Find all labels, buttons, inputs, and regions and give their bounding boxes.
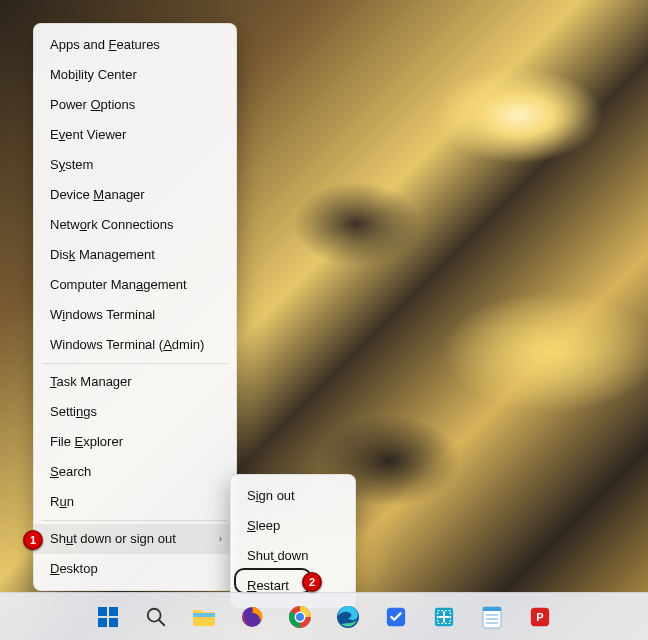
shutdown-item-sleep[interactable]: Sleep [231, 511, 355, 541]
menu-item-label: Disk Management [50, 240, 222, 270]
menu-item-label: Windows Terminal (Admin) [50, 330, 222, 360]
annotation-badge-2-label: 2 [309, 576, 315, 588]
winx-item-device-manager[interactable]: Device Manager [34, 180, 236, 210]
svg-rect-6 [193, 613, 215, 617]
svg-text:P: P [536, 610, 543, 622]
annotation-badge-1-label: 1 [30, 534, 36, 546]
pdf-icon: P [529, 606, 551, 628]
svg-rect-1 [109, 607, 118, 616]
winx-item-run[interactable]: Run [34, 487, 236, 517]
firefox-icon [240, 605, 264, 629]
winx-item-computer-management[interactable]: Computer Management [34, 270, 236, 300]
edge-button[interactable] [328, 597, 368, 637]
svg-rect-3 [109, 618, 118, 627]
menu-item-label: Settings [50, 397, 222, 427]
menu-separator [42, 520, 228, 521]
shutdown-submenu: Sign outSleepShut downRestart [230, 474, 356, 608]
svg-line-5 [159, 619, 165, 625]
annotation-badge-2: 2 [302, 572, 322, 592]
winx-item-desktop[interactable]: Desktop [34, 554, 236, 584]
search-button[interactable] [136, 597, 176, 637]
winx-item-search[interactable]: Search [34, 457, 236, 487]
menu-item-label: Sign out [247, 481, 341, 511]
menu-item-label: Event Viewer [50, 120, 222, 150]
menu-item-label: Shut down or sign out [50, 524, 219, 554]
menu-item-label: Task Manager [50, 367, 222, 397]
menu-item-label: Power Options [50, 90, 222, 120]
winx-item-power-options[interactable]: Power Options [34, 90, 236, 120]
shutdown-item-shut-down[interactable]: Shut down [231, 541, 355, 571]
svg-point-10 [296, 613, 304, 621]
menu-item-label: Shut down [247, 541, 341, 571]
menu-item-label: Computer Management [50, 270, 222, 300]
winx-item-task-manager[interactable]: Task Manager [34, 367, 236, 397]
winx-item-mobility-center[interactable]: Mobility Center [34, 60, 236, 90]
shutdown-item-sign-out[interactable]: Sign out [231, 481, 355, 511]
folder-icon [192, 606, 216, 628]
notepad-icon [482, 605, 502, 629]
submenu-arrow-icon: › [219, 524, 222, 554]
menu-item-label: Network Connections [50, 210, 222, 240]
pdf-app-button[interactable]: P [520, 597, 560, 637]
todo-icon [385, 606, 407, 628]
menu-item-label: Run [50, 487, 222, 517]
file-explorer-button[interactable] [184, 597, 224, 637]
todo-app-button[interactable] [376, 597, 416, 637]
edge-icon [336, 605, 360, 629]
menu-separator [42, 363, 228, 364]
menu-item-label: Apps and Features [50, 30, 222, 60]
winx-item-disk-management[interactable]: Disk Management [34, 240, 236, 270]
menu-item-label: Search [50, 457, 222, 487]
svg-rect-0 [98, 607, 107, 616]
windows-icon [96, 605, 120, 629]
winx-item-event-viewer[interactable]: Event Viewer [34, 120, 236, 150]
winx-context-menu: Apps and FeaturesMobility CenterPower Op… [33, 23, 237, 591]
winx-item-shut-down-or-sign-out[interactable]: Shut down or sign out› [34, 524, 236, 554]
taskbar: P [0, 592, 648, 640]
search-icon [145, 606, 167, 628]
menu-item-label: Sleep [247, 511, 341, 541]
menu-item-label: File Explorer [50, 427, 222, 457]
notepad-button[interactable] [472, 597, 512, 637]
winx-item-windows-terminal[interactable]: Windows Terminal [34, 300, 236, 330]
screenshot-icon [433, 606, 455, 628]
menu-item-label: Mobility Center [50, 60, 222, 90]
winx-item-windows-terminal-admin[interactable]: Windows Terminal (Admin) [34, 330, 236, 360]
winx-item-file-explorer[interactable]: File Explorer [34, 427, 236, 457]
annotation-badge-1: 1 [23, 530, 43, 550]
winx-item-system[interactable]: System [34, 150, 236, 180]
menu-item-label: Windows Terminal [50, 300, 222, 330]
svg-rect-2 [98, 618, 107, 627]
winx-item-network-connections[interactable]: Network Connections [34, 210, 236, 240]
chrome-icon [288, 605, 312, 629]
screenshot-app-button[interactable] [424, 597, 464, 637]
svg-rect-16 [483, 607, 501, 611]
menu-item-label: Desktop [50, 554, 222, 584]
menu-item-label: System [50, 150, 222, 180]
winx-item-apps-and-features[interactable]: Apps and Features [34, 30, 236, 60]
chrome-button[interactable] [280, 597, 320, 637]
menu-item-label: Device Manager [50, 180, 222, 210]
winx-item-settings[interactable]: Settings [34, 397, 236, 427]
firefox-button[interactable] [232, 597, 272, 637]
start-button[interactable] [88, 597, 128, 637]
